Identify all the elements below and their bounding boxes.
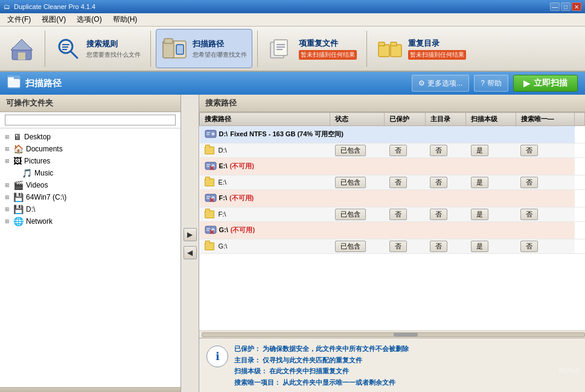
horizontal-scrollbar[interactable] — [199, 330, 585, 338]
tree-item-videos[interactable]: ⊞ 🎬 Videos — [2, 179, 178, 191]
minimize-button[interactable]: — — [550, 2, 560, 11]
info-scan-level: 扫描本级： 在此文件夹中扫描重复文件 — [234, 365, 409, 377]
menu-file[interactable]: 文件(F) — [2, 13, 36, 26]
toolbar-home-button[interactable] — [4, 29, 40, 68]
unique-f-cell: 否 — [516, 207, 574, 222]
protected-e-button[interactable]: 否 — [389, 177, 407, 188]
table-row: D:\ Fixed NTFS - 163 GB (74% 可用空间) — [200, 126, 585, 144]
toolbar-search-rules-button[interactable]: 搜索规则 您需要查找什么文件 — [50, 29, 145, 68]
tree-item-documents[interactable]: ⊞ 🏠 Documents — [2, 143, 178, 155]
menu-help[interactable]: 帮助(H) — [108, 13, 142, 26]
network-icon: 🌐 — [13, 217, 24, 226]
search-rules-subtitle: 您需要查找什么文件 — [86, 51, 141, 59]
protected-g-button[interactable]: 否 — [389, 241, 407, 252]
hscroll-track[interactable] — [202, 332, 585, 337]
status-e-button[interactable]: 已包含 — [335, 177, 366, 188]
drive-e-desc: (不可用) — [230, 162, 254, 171]
maindir-f-button[interactable]: 否 — [430, 209, 447, 220]
scan-path-title: 扫描路径 — [193, 39, 247, 49]
remove-path-button[interactable]: ◀ — [184, 246, 197, 259]
info-search-unique: 搜索唯一项目： 从此文件夹中显示唯一一或者剩余文件 — [234, 377, 409, 388]
tree-item-music[interactable]: 🎵 Music — [11, 167, 178, 179]
path-table[interactable]: 搜索路径 状态 已保护 主目录 扫描本级 搜索唯一— — [199, 112, 585, 330]
unique-e-button[interactable]: 否 — [520, 177, 538, 188]
info-scanlevel-text: 在此文件夹中扫描重复文件 — [269, 367, 349, 375]
protected-d-button[interactable]: 否 — [389, 145, 407, 156]
tree-item-label: Pictures — [24, 157, 50, 165]
tree-item-label: Documents — [26, 145, 63, 153]
add-path-button[interactable]: ▶ — [184, 228, 197, 241]
unique-g-button[interactable]: 否 — [520, 241, 538, 252]
path-g-label: G:\ — [219, 242, 228, 250]
menu-options[interactable]: 选项(O) — [72, 13, 106, 26]
tree-item-label: Network — [26, 217, 53, 226]
unique-f-button[interactable]: 否 — [520, 209, 538, 220]
toolbar-duplicates-button[interactable]: 项重复文件 暂未扫描到任何结果 — [263, 29, 362, 68]
paths-table: 搜索路径 状态 已保护 主目录 扫描本级 搜索唯一— — [199, 112, 585, 254]
scanlevel-g-button[interactable]: 是 — [471, 241, 488, 252]
path-f-label: F:\ — [219, 210, 226, 218]
menu-view[interactable]: 视图(V) — [37, 13, 71, 26]
status-d-button[interactable]: 已包含 — [335, 145, 366, 156]
tree-item-network[interactable]: ⊞ 🌐 Network — [2, 215, 178, 227]
info-unique-text: 从此文件夹中显示唯一一或者剩余文件 — [283, 379, 395, 386]
pictures-icon: 🖼 — [13, 156, 22, 166]
close-button[interactable]: ✕ — [572, 2, 581, 11]
col-protected: 已保护 — [385, 113, 426, 126]
toolbar-dup-dirs-button[interactable]: 重复目录 暂未扫描到任何结果 — [372, 29, 471, 68]
gear-icon: ⚙ — [418, 79, 425, 87]
info-protected: 已保护： 为确保数据安全，此文件夹中所有文件不会被删除 — [234, 343, 409, 355]
tree-item-cdrive[interactable]: ⊞ 💾 64Win7 (C:\) — [2, 191, 178, 203]
folder-search-input[interactable] — [5, 115, 176, 125]
hscroll-thumb[interactable] — [394, 333, 418, 337]
help-icon: ? — [481, 79, 485, 87]
svg-rect-14 — [274, 40, 287, 55]
tree-item-label: Music — [34, 169, 53, 177]
tree-item-label: 64Win7 (C:\) — [26, 193, 66, 201]
drive-f-desc: (不可用) — [229, 194, 254, 203]
svg-point-26 — [211, 133, 214, 136]
table-row: ✕ E:\ (不可用) — [200, 158, 585, 175]
folder-icon — [205, 179, 214, 186]
dup-dirs-text: 重复目录 暂未扫描到任何结果 — [408, 38, 466, 60]
table-row: G:\ 已包含 否 否 是 否 — [200, 239, 585, 254]
maindir-g-button[interactable]: 否 — [430, 241, 447, 252]
status-g-cell: 已包含 — [330, 239, 385, 254]
status-f-button[interactable]: 已包含 — [335, 209, 366, 220]
info-unique-label: 搜索唯一项目： — [234, 379, 281, 386]
section-icon — [7, 75, 21, 91]
scanlevel-d-cell: 是 — [466, 144, 516, 158]
more-options-button[interactable]: ⚙ 更多选项... — [412, 75, 469, 92]
info-protected-text: 为确保数据安全，此文件夹中所有文件不会被删除 — [263, 345, 409, 352]
table-row: D:\ 已包含 否 否 是 否 — [200, 144, 585, 158]
drive-d-desc: Fixed NTFS - 163 GB (74% 可用空间) — [230, 130, 344, 139]
scanlevel-e-cell: 是 — [466, 175, 516, 190]
table-row: E:\ 已包含 否 否 是 否 — [200, 175, 585, 190]
scanlevel-f-button[interactable]: 是 — [471, 209, 488, 220]
right-panel-title: 搜索路径 — [199, 95, 585, 112]
scanlevel-e-button[interactable]: 是 — [471, 177, 488, 188]
window-controls: — □ ✕ — [550, 2, 581, 11]
maindir-e-button[interactable]: 否 — [430, 177, 447, 188]
scan-now-button[interactable]: ▶ 立即扫描 — [513, 75, 578, 92]
home-icon — [8, 36, 35, 62]
svg-marker-1 — [11, 39, 33, 50]
maindir-e-cell: 否 — [425, 175, 466, 190]
maximize-button[interactable]: □ — [561, 2, 571, 11]
tree-item-ddrive[interactable]: ⊞ 💾 D:\ — [2, 203, 178, 215]
scanlevel-d-button[interactable]: 是 — [471, 145, 488, 156]
info-text: 已保护： 为确保数据安全，此文件夹中所有文件不会被删除 主目录： 仅寻找与此文件… — [234, 343, 409, 388]
tree-item-desktop[interactable]: ⊞ 🖥 Desktop — [2, 131, 178, 143]
help-button[interactable]: ? 帮助 — [474, 75, 508, 92]
status-e-cell: 已包含 — [330, 175, 385, 190]
maindir-d-button[interactable]: 否 — [430, 145, 447, 156]
drive-g-desc: (不可用) — [231, 226, 255, 235]
status-g-button[interactable]: 已包含 — [335, 241, 366, 252]
unique-d-button[interactable]: 否 — [520, 145, 538, 156]
protected-f-button[interactable]: 否 — [389, 209, 407, 220]
dup-dirs-status: 暂未扫描到任何结果 — [408, 50, 466, 60]
toolbar-scan-path-button[interactable]: → 扫描路径 您希望在哪查找文件 — [156, 29, 252, 68]
tree-item-pictures[interactable]: ⊞ 🖼 Pictures — [2, 155, 178, 167]
svg-rect-12 — [176, 45, 184, 54]
section-tools: ⚙ 更多选项... ? 帮助 ▶ 立即扫描 — [412, 75, 578, 92]
